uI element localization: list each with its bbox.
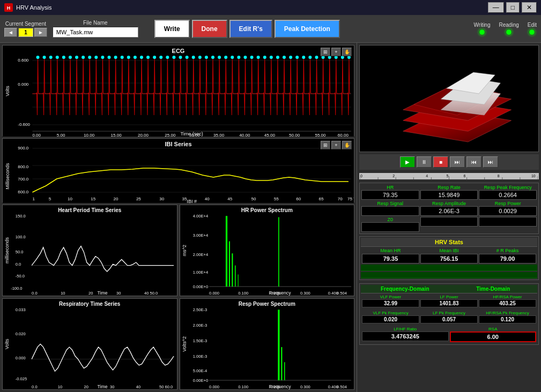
3d-viz <box>359 45 539 152</box>
write-button[interactable]: Write <box>154 20 190 38</box>
ecg-cursor-button[interactable]: + <box>331 48 341 56</box>
progress-ticker: 0 2 4 5 6 8 10 <box>359 173 539 179</box>
svg-text:0.0: 0.0 <box>32 385 38 389</box>
done-button[interactable]: Done <box>192 20 227 38</box>
resp-amp-value: 2.06E-3 <box>420 206 478 216</box>
vlf-pk-freq-label: VLF Pk Frequency <box>362 311 419 315</box>
svg-text:Volts^2: Volts^2 <box>181 336 187 352</box>
svg-point-66 <box>295 56 299 59</box>
svg-point-33 <box>81 56 85 59</box>
r-peaks-value: 79.00 <box>479 254 536 263</box>
mean-ibi-value: 756.15 <box>420 254 478 263</box>
svg-text:0.504: 0.504 <box>337 385 347 389</box>
ecg-hand-button[interactable]: ✋ <box>342 48 352 56</box>
next-segment-button[interactable]: ► <box>34 28 47 37</box>
writing-led <box>479 29 485 35</box>
svg-text:60: 60 <box>296 197 301 201</box>
svg-text:700.0: 700.0 <box>18 177 29 182</box>
fast-forward-button[interactable]: ⏭ <box>450 156 465 168</box>
svg-point-30 <box>62 56 65 59</box>
svg-text:75 78: 75 78 <box>347 197 354 201</box>
maximize-button[interactable]: □ <box>506 2 520 13</box>
ibi-cursor-button[interactable]: + <box>331 141 341 149</box>
svg-text:Volts: Volts <box>4 338 10 349</box>
svg-point-56 <box>231 56 234 59</box>
svg-text:1.50E-3: 1.50E-3 <box>192 338 206 343</box>
svg-text:40.00: 40.00 <box>239 133 250 137</box>
svg-text:Time (sec): Time (sec) <box>180 131 203 137</box>
ibi-hand-button[interactable]: ✋ <box>342 141 352 149</box>
svg-text:1.00E+4: 1.00E+4 <box>192 270 208 275</box>
svg-text:0.100: 0.100 <box>238 385 248 389</box>
svg-text:4.00E+4: 4.00E+4 <box>192 213 208 218</box>
hf-rsa-power-label: HF/RSA Power <box>479 295 536 299</box>
svg-text:0.504: 0.504 <box>337 291 347 296</box>
resp-amp-reading: Resp Amplitude 2.06E-3 <box>420 201 478 216</box>
peak-detection-button[interactable]: Peak Detection <box>275 20 340 38</box>
ibi-chart: IBI Series ⊞ + ✋ Milliseconds 900.0 800.… <box>2 138 354 202</box>
svg-point-44 <box>153 56 156 59</box>
hf-rsa-pk-freq-item: HF/RSA Pk Frequency 0.120 <box>479 311 536 323</box>
svg-text:0.200: 0.200 <box>270 291 280 296</box>
svg-text:2.00E+4: 2.00E+4 <box>192 252 208 257</box>
svg-point-43 <box>146 56 150 59</box>
svg-point-57 <box>237 56 240 59</box>
filename-input[interactable] <box>53 27 138 37</box>
stop-button[interactable]: ■ <box>433 156 448 168</box>
svg-point-37 <box>107 56 110 59</box>
reading-led <box>506 29 512 35</box>
action-buttons: Write Done Edit R's Peak Detection <box>154 20 340 38</box>
close-button[interactable]: ✕ <box>522 2 537 13</box>
minimize-button[interactable]: — <box>488 2 504 13</box>
svg-point-48 <box>179 56 182 59</box>
lf-pk-freq-label: LF Pk Frequency <box>420 311 478 315</box>
app-title: HRV Analysis <box>16 4 51 11</box>
time-domain-label: Time-Domain <box>449 285 538 293</box>
svg-text:20: 20 <box>84 385 88 389</box>
svg-text:Volts: Volts <box>5 86 10 96</box>
svg-text:55.00: 55.00 <box>315 133 326 137</box>
svg-text:0.00E+0: 0.00E+0 <box>192 378 207 383</box>
ecg-zoom-button[interactable]: ⊞ <box>321 48 330 56</box>
svg-point-67 <box>302 56 305 59</box>
svg-point-60 <box>257 56 260 59</box>
prev-segment-button[interactable]: ◄ <box>4 28 17 37</box>
title-bar: H HRV Analysis — □ ✕ <box>0 0 541 15</box>
svg-text:30: 30 <box>116 291 121 296</box>
svg-text:10: 10 <box>61 291 65 296</box>
next-button[interactable]: ⏭ <box>483 156 498 168</box>
svg-point-55 <box>224 56 227 59</box>
svg-text:10: 10 <box>58 385 62 389</box>
lf-pk-freq-value: 0.057 <box>420 315 478 323</box>
hr-power-svg: ms^2 4.00E+4 3.00E+4 2.00E+4 1.00E+4 0.0… <box>180 205 354 296</box>
resp-peak-freq-reading: Resp Peak Frequency 0.2664 <box>479 185 537 200</box>
play-button[interactable]: ▶ <box>400 156 415 168</box>
rewind-button[interactable]: ⏮ <box>466 156 481 168</box>
svg-text:0: 0 <box>360 174 362 178</box>
resp-signal-reading: Resp Signal <box>361 201 419 216</box>
svg-rect-139 <box>3 299 177 389</box>
svg-text:-50.0: -50.0 <box>16 274 25 278</box>
svg-text:50 60.0: 50 60.0 <box>159 385 173 389</box>
segment-group: Current Segment ◄ 1 ► <box>4 21 47 37</box>
toolbar: Current Segment ◄ 1 ► File Name Write Do… <box>0 15 541 43</box>
svg-text:Time: Time <box>98 384 108 389</box>
svg-text:2.50E-3: 2.50E-3 <box>192 307 206 312</box>
svg-text:35.00: 35.00 <box>213 133 225 137</box>
svg-point-26 <box>36 56 39 59</box>
ibi-zoom-button[interactable]: ⊞ <box>321 141 330 149</box>
edit-r-button[interactable]: Edit R's <box>229 20 272 38</box>
svg-text:60.00: 60.00 <box>338 133 349 137</box>
segment-value: 1 <box>18 28 33 37</box>
svg-point-49 <box>186 56 189 59</box>
freq-time-section: Frequency-Domain Time-Domain VLF Power 3… <box>359 283 539 345</box>
resp-time-svg: Volts 0.033 0.020 0.000 -0.025 Time 0.0 … <box>3 299 177 389</box>
svg-point-40 <box>127 56 130 59</box>
hr-power-chart: HR Power Spectrum ms^2 4.00E+4 3.00E+4 2… <box>180 205 355 296</box>
pause-button[interactable]: ⏸ <box>417 156 432 168</box>
svg-text:1.00E-3: 1.00E-3 <box>192 354 206 359</box>
lf-power-value: 1401.83 <box>420 299 478 307</box>
svg-text:5: 5 <box>446 174 448 178</box>
svg-rect-2 <box>3 46 354 137</box>
svg-point-29 <box>56 56 59 59</box>
